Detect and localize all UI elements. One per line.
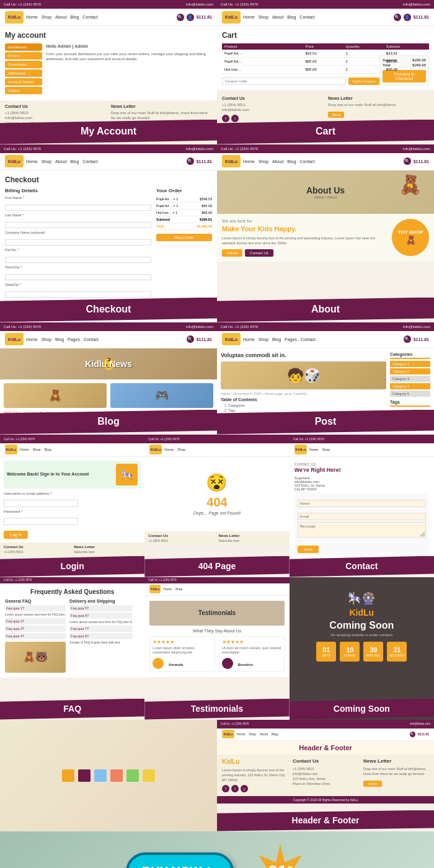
contact-name-input[interactable]: [298, 500, 426, 507]
footer-newsletter-text: Drop one of our main Stuff at info@demo,…: [111, 110, 212, 121]
blog-post-img-2: 🎮: [110, 383, 213, 408]
twitter-icon-hf[interactable]: t: [231, 785, 239, 792]
cart-header-qty: Quantity: [346, 45, 386, 48]
sidebar-dashboard[interactable]: Dashboard: [5, 43, 42, 51]
footer-404-newsletter: News Letter Subscribe here: [219, 534, 286, 542]
countdown-seconds: 31 seconds: [387, 642, 407, 662]
testimonials-content: Testimonials What They Say About Us ★★★★…: [144, 596, 289, 677]
faq-item-2[interactable]: Faq quia 2?: [5, 618, 66, 624]
input-state[interactable]: [5, 291, 151, 298]
nav-login: KidLu HomeShopBlog: [0, 443, 144, 457]
post-toc-1: 1. Categories: [221, 404, 386, 407]
sidebar-logout[interactable]: Logout: [5, 87, 42, 94]
login-toy-icon: 🎠: [116, 464, 138, 485]
login-username-field: Username or email address *: [4, 492, 78, 507]
newsletter-send-btn-cart[interactable]: Send: [328, 112, 344, 118]
sidebar-downloads[interactable]: Downloads: [5, 61, 42, 68]
nav-checkout: KidLu HomeShopAboutBlogContact 🔍 $111.81: [0, 153, 217, 170]
cart-item-sub-1: $23.51: [386, 51, 427, 55]
nav-links-login: HomeShopBlog: [20, 448, 140, 451]
coupon-row: Apply Coupon: [222, 78, 379, 85]
cat-2[interactable]: Category 2: [390, 368, 430, 374]
testimonials-hero: Testimonials: [149, 601, 284, 626]
avatar-2: [222, 658, 233, 669]
faq-item-1[interactable]: Faq quia 1?: [5, 605, 66, 611]
sidebar-orders[interactable]: Orders: [5, 52, 42, 60]
apply-coupon-btn[interactable]: Apply Coupon: [348, 78, 379, 85]
topbar-phone: Call Us: +1 (234) 4570: [4, 2, 41, 6]
faq-item-7[interactable]: Faq quia 7?: [69, 626, 133, 632]
footer-socials-cart: f t: [222, 115, 323, 122]
faq-col-1: General FAQ Faq quia 1? Lorem ipsum answ…: [5, 599, 66, 673]
input-company[interactable]: [5, 239, 151, 246]
faq-item-8[interactable]: Faq quia 8?: [69, 633, 133, 639]
sidebar-addresses[interactable]: Addresses: [5, 69, 42, 77]
hf-label: Header & Footer: [217, 810, 434, 831]
cat-4[interactable]: Category 4: [390, 383, 430, 389]
faq-item-5[interactable]: Faq quia 5?: [69, 605, 133, 611]
nav-links-about: HomeShopAboutBlogContact: [243, 159, 401, 164]
faq-item-3[interactable]: Faq quia 3?: [5, 626, 66, 632]
login-username-input[interactable]: [4, 500, 78, 507]
logo-testimonials: KidLu: [149, 585, 161, 593]
input-firstname[interactable]: [5, 205, 151, 211]
search-icon-cart[interactable]: 🔍: [394, 14, 401, 21]
coupon-input[interactable]: [222, 78, 346, 85]
billing-title: Billing Details: [5, 188, 151, 193]
user-icon-cart[interactable]: 👤: [404, 14, 411, 21]
logo-blog: KidLu: [5, 333, 24, 345]
sidebar-account-details[interactable]: Account Details: [5, 78, 42, 86]
about-contact-btn[interactable]: Contact Us: [245, 249, 273, 257]
about-buttons: Follow Contact Us: [222, 249, 387, 257]
footer-send-btn-hf[interactable]: Send: [363, 781, 382, 787]
about-follow-btn[interactable]: Follow: [222, 249, 242, 257]
cat-3[interactable]: Category 3: [390, 376, 430, 382]
footer-login: Contact Us +1 (264) 5813 News Letter Sub…: [0, 542, 144, 556]
search-icon-hf[interactable]: 🔍: [410, 732, 415, 737]
logo-cart: KidLu: [222, 11, 241, 24]
contact-message-textarea[interactable]: [298, 522, 426, 538]
footer-newsletter-text-hf: Drop one of our main Stuff at info@demo,…: [363, 766, 429, 777]
footer-newsletter-title: News Letter: [111, 104, 212, 108]
footer-newsletter-title-hf: News Letter: [363, 758, 429, 764]
login-btn[interactable]: Log In: [4, 531, 28, 539]
field-state: State/Zip *: [5, 283, 151, 298]
nav-links-account: Home Shop About Blog Contact: [26, 15, 174, 19]
youtube-icon-hf[interactable]: y: [241, 785, 248, 792]
place-order-btn[interactable]: Place Order: [156, 234, 212, 241]
user-icon[interactable]: 👤: [187, 14, 194, 21]
order-item-3: Hot Iron… × 1$68.00: [156, 210, 212, 216]
cart-total-row-item: Total $299.96: [383, 63, 426, 67]
contact-email-input[interactable]: [298, 513, 426, 520]
footer-contact-title-hf: Contact Us: [293, 758, 358, 764]
post-label: Post: [217, 410, 434, 435]
footer-contact-col-cart: Contact Us +1 (264) 5813 info@kidslu.com…: [222, 96, 323, 122]
facebook-icon-cart[interactable]: f: [222, 115, 229, 122]
cart-price-cart: $111.81: [414, 15, 429, 19]
contact-send-btn[interactable]: Send: [298, 546, 319, 553]
search-icon-checkout[interactable]: 🔍: [187, 157, 194, 165]
faq-item-4[interactable]: Faq quia 4?: [5, 633, 66, 639]
login-password-input[interactable]: [4, 518, 78, 525]
twitter-icon-cart[interactable]: t: [231, 115, 239, 122]
input-address[interactable]: [5, 257, 151, 263]
buy-now-arrow-icon: ➤: [206, 864, 218, 868]
topbar-404: Call Us: +1 (234) 4570: [144, 435, 289, 443]
cat-5[interactable]: Category 5: [390, 391, 430, 397]
facebook-icon-hf[interactable]: f: [222, 785, 229, 792]
buy-now-btn[interactable]: BUY NOW ➤: [126, 852, 234, 868]
price-hf: $111.81: [418, 732, 429, 736]
topbar-account: Call Us: +1 (234) 4570 info@kidslu.com: [0, 0, 217, 9]
cat-1[interactable]: Category 1: [390, 361, 430, 367]
search-icon-about[interactable]: 🔍: [404, 157, 411, 165]
search-icon-post[interactable]: 🔍: [404, 335, 411, 343]
input-city[interactable]: [5, 274, 151, 280]
input-lastname[interactable]: [5, 222, 151, 228]
countdown-minutes: 39 minutes: [363, 642, 383, 662]
faq-image: 🧸🐻: [5, 642, 66, 673]
search-icon-blog[interactable]: 🔍: [187, 335, 194, 343]
faq-item-6[interactable]: Faq quia 6?: [69, 613, 133, 619]
search-icon[interactable]: 🔍: [177, 14, 184, 21]
about-breadcrumb: Home / About: [306, 195, 345, 199]
checkout-btn[interactable]: Proceed to Checkout: [383, 70, 426, 82]
